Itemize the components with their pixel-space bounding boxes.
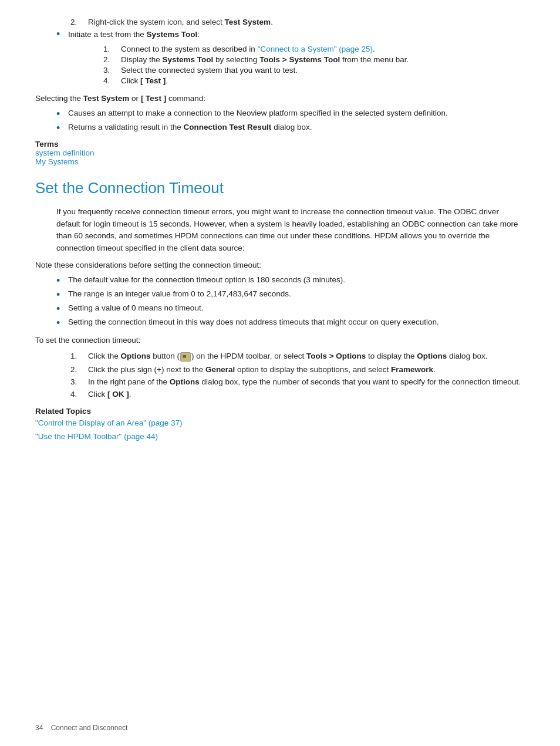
connect-system-link[interactable]: "Connect to a System" (page 25)	[258, 45, 373, 53]
section-heading: Set the Connection Timeout	[35, 179, 525, 197]
footer-section: Connect and Disconnect	[51, 724, 128, 732]
nested-step-1: 1. Connect to the system as described in…	[103, 45, 409, 53]
top-numbered-item-2: 2. Right-click the system icon, and sele…	[70, 18, 525, 26]
bullet-default-value: • The default value for the connection t…	[56, 275, 525, 287]
nested-step-4: 4. Click [ Test ].	[103, 76, 409, 85]
step-1-text: Click the Options button () on the HPDM …	[88, 352, 487, 361]
nested-step-2: 2. Display the Systems Tool by selecting…	[103, 55, 409, 64]
bullet-zero: • Setting a value of 0 means no timeout.	[56, 303, 525, 315]
step-1: 1. Click the Options button () on the HP…	[70, 352, 525, 361]
terms-label: Terms	[35, 140, 525, 148]
selecting-paragraph: Selecting the Test System or [ Test ] co…	[35, 93, 525, 105]
step-4-text: Click [ OK ].	[88, 390, 131, 399]
my-systems-link[interactable]: My Systems	[35, 157, 79, 166]
step-number: 3.	[70, 377, 81, 386]
bullet-dot-icon: •	[56, 29, 62, 87]
related-topics-block: Related Topics "Control the Display of a…	[35, 407, 525, 444]
bullet-initiate-test: • Initiate a test from the Systems Tool:…	[56, 29, 525, 87]
step-2: 2. Click the plus sign (+) next to the G…	[70, 365, 525, 374]
bullet-dot-icon: •	[56, 123, 62, 134]
bullet-content: Initiate a test from the Systems Tool: 1…	[68, 29, 409, 87]
related-link-1[interactable]: "Control the Display of an Area" (page 3…	[35, 417, 525, 430]
bullet-dot-icon: •	[56, 289, 62, 301]
nested-steps: 1. Connect to the system as described in…	[103, 45, 409, 85]
page-footer: 34 Connect and Disconnect	[35, 724, 127, 732]
bullet-query-execution: • Setting the connection timeout in this…	[56, 318, 525, 329]
bullet-dot-icon: •	[56, 318, 62, 329]
system-definition-link[interactable]: system definition	[35, 148, 95, 157]
bullet-label: Initiate a test from the Systems Tool:	[68, 29, 409, 41]
related-topics-label: Related Topics	[35, 407, 525, 416]
bullet-range: • The range is an integer value from 0 t…	[56, 289, 525, 301]
step-number: 2.	[70, 18, 81, 26]
footer-page-number: 34	[35, 724, 43, 732]
bullet-dot-icon: •	[56, 303, 62, 315]
related-link-2[interactable]: "Use the HPDM Toolbar" (page 44)	[35, 430, 525, 444]
bullet-returns: • Returns a validating result in the Con…	[56, 123, 525, 134]
step-number: 2.	[70, 365, 81, 374]
step-number: 4.	[70, 390, 81, 399]
terms-block: Terms system definition My Systems	[35, 140, 525, 166]
bullet-causes: • Causes an attempt to make a connection…	[56, 109, 525, 120]
step-4: 4. Click [ OK ].	[70, 390, 525, 399]
bullet-dot-icon: •	[56, 109, 62, 120]
step-number: 1.	[70, 352, 81, 361]
step-2-text: Click the plus sign (+) next to the Gene…	[88, 365, 436, 374]
nested-step-3: 3. Select the connected system that you …	[103, 66, 409, 75]
step-3-text: In the right pane of the Options dialog …	[88, 377, 521, 386]
to-set-paragraph: To set the connection timeout:	[35, 335, 525, 347]
section-intro: If you frequently receive connection tim…	[56, 206, 525, 255]
page-content: 2. Right-click the system icon, and sele…	[35, 18, 525, 444]
note-intro: Note these considerations before setting…	[35, 259, 525, 272]
options-icon	[180, 352, 191, 362]
step-text: Right-click the system icon, and select …	[88, 18, 273, 26]
step-3: 3. In the right pane of the Options dial…	[70, 377, 525, 386]
bullet-dot-icon: •	[56, 275, 62, 287]
